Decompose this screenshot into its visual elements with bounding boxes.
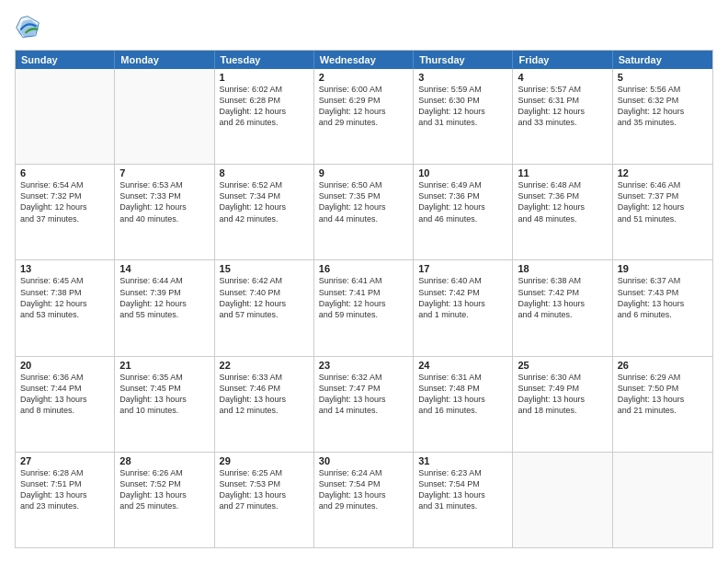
day-number: 23	[319, 360, 408, 371]
cal-cell: 30Sunrise: 6:24 AM Sunset: 7:54 PM Dayli…	[314, 453, 414, 547]
logo-icon	[15, 15, 40, 40]
calendar: SundayMondayTuesdayWednesdayThursdayFrid…	[15, 50, 713, 548]
cell-content: Sunrise: 6:46 AM Sunset: 7:37 PM Dayligh…	[618, 179, 708, 224]
cal-cell: 28Sunrise: 6:26 AM Sunset: 7:52 PM Dayli…	[115, 453, 214, 547]
day-number: 16	[319, 263, 408, 274]
cell-content: Sunrise: 6:28 AM Sunset: 7:51 PM Dayligh…	[20, 467, 109, 512]
day-number: 11	[518, 167, 607, 178]
cal-row: 1Sunrise: 6:02 AM Sunset: 6:28 PM Daylig…	[16, 69, 712, 165]
cal-row: 13Sunrise: 6:45 AM Sunset: 7:38 PM Dayli…	[16, 260, 712, 356]
cal-cell: 11Sunrise: 6:48 AM Sunset: 7:36 PM Dayli…	[513, 165, 612, 259]
cal-cell	[613, 453, 712, 547]
cal-cell: 10Sunrise: 6:49 AM Sunset: 7:36 PM Dayli…	[414, 165, 513, 259]
cal-cell: 5Sunrise: 5:56 AM Sunset: 6:32 PM Daylig…	[613, 69, 712, 164]
cal-cell: 29Sunrise: 6:25 AM Sunset: 7:53 PM Dayli…	[215, 453, 314, 547]
cal-cell: 17Sunrise: 6:40 AM Sunset: 7:42 PM Dayli…	[414, 260, 513, 355]
cal-cell: 6Sunrise: 6:54 AM Sunset: 7:32 PM Daylig…	[16, 165, 115, 259]
cell-content: Sunrise: 6:48 AM Sunset: 7:36 PM Dayligh…	[518, 179, 607, 224]
cal-cell: 13Sunrise: 6:45 AM Sunset: 7:38 PM Dayli…	[16, 260, 115, 355]
day-number: 21	[119, 360, 209, 371]
header	[15, 15, 713, 40]
day-number: 18	[518, 263, 607, 274]
calendar-body: 1Sunrise: 6:02 AM Sunset: 6:28 PM Daylig…	[16, 69, 712, 547]
cal-header-day: Sunday	[16, 51, 115, 69]
day-number: 5	[618, 72, 708, 83]
cal-cell: 27Sunrise: 6:28 AM Sunset: 7:51 PM Dayli…	[16, 453, 115, 547]
cal-cell: 12Sunrise: 6:46 AM Sunset: 7:37 PM Dayli…	[613, 165, 712, 259]
cal-cell: 4Sunrise: 5:57 AM Sunset: 6:31 PM Daylig…	[513, 69, 612, 164]
cal-cell: 9Sunrise: 6:50 AM Sunset: 7:35 PM Daylig…	[314, 165, 414, 259]
cell-content: Sunrise: 6:41 AM Sunset: 7:41 PM Dayligh…	[319, 275, 408, 320]
cal-cell: 26Sunrise: 6:29 AM Sunset: 7:50 PM Dayli…	[613, 357, 712, 452]
day-number: 30	[319, 455, 408, 466]
cal-row: 20Sunrise: 6:36 AM Sunset: 7:44 PM Dayli…	[16, 357, 712, 453]
day-number: 2	[319, 72, 408, 83]
cal-header-day: Tuesday	[215, 51, 314, 69]
day-number: 6	[20, 167, 109, 178]
cell-content: Sunrise: 6:49 AM Sunset: 7:36 PM Dayligh…	[418, 179, 507, 224]
day-number: 15	[220, 263, 309, 274]
cal-cell: 16Sunrise: 6:41 AM Sunset: 7:41 PM Dayli…	[314, 260, 414, 355]
cell-content: Sunrise: 6:54 AM Sunset: 7:32 PM Dayligh…	[20, 179, 109, 224]
cal-cell: 7Sunrise: 6:53 AM Sunset: 7:33 PM Daylig…	[115, 165, 214, 259]
cal-cell: 2Sunrise: 6:00 AM Sunset: 6:29 PM Daylig…	[314, 69, 414, 164]
day-number: 19	[618, 263, 708, 274]
cell-content: Sunrise: 6:36 AM Sunset: 7:44 PM Dayligh…	[20, 372, 109, 417]
day-number: 13	[20, 263, 109, 274]
cell-content: Sunrise: 6:33 AM Sunset: 7:46 PM Dayligh…	[220, 372, 309, 417]
day-number: 9	[319, 167, 408, 178]
day-number: 12	[618, 167, 708, 178]
day-number: 26	[618, 360, 708, 371]
cell-content: Sunrise: 6:25 AM Sunset: 7:53 PM Dayligh…	[220, 467, 309, 512]
cell-content: Sunrise: 6:50 AM Sunset: 7:35 PM Dayligh…	[319, 179, 408, 224]
cal-header-day: Saturday	[613, 51, 712, 69]
cal-cell: 21Sunrise: 6:35 AM Sunset: 7:45 PM Dayli…	[115, 357, 214, 452]
day-number: 25	[518, 360, 607, 371]
cal-cell: 31Sunrise: 6:23 AM Sunset: 7:54 PM Dayli…	[414, 453, 513, 547]
day-number: 3	[418, 72, 507, 83]
cell-content: Sunrise: 6:45 AM Sunset: 7:38 PM Dayligh…	[20, 275, 109, 320]
cal-header-day: Monday	[115, 51, 214, 69]
cell-content: Sunrise: 5:57 AM Sunset: 6:31 PM Dayligh…	[518, 84, 607, 129]
cell-content: Sunrise: 6:32 AM Sunset: 7:47 PM Dayligh…	[319, 372, 408, 417]
cal-cell: 15Sunrise: 6:42 AM Sunset: 7:40 PM Dayli…	[215, 260, 314, 355]
day-number: 31	[418, 455, 507, 466]
cell-content: Sunrise: 6:24 AM Sunset: 7:54 PM Dayligh…	[319, 467, 408, 512]
cell-content: Sunrise: 6:02 AM Sunset: 6:28 PM Dayligh…	[220, 84, 309, 129]
day-number: 14	[119, 263, 209, 274]
cal-cell: 14Sunrise: 6:44 AM Sunset: 7:39 PM Dayli…	[115, 260, 214, 355]
cal-cell: 25Sunrise: 6:30 AM Sunset: 7:49 PM Dayli…	[513, 357, 612, 452]
cal-cell: 22Sunrise: 6:33 AM Sunset: 7:46 PM Dayli…	[215, 357, 314, 452]
cal-cell: 1Sunrise: 6:02 AM Sunset: 6:28 PM Daylig…	[215, 69, 314, 164]
day-number: 10	[418, 167, 507, 178]
cal-cell: 18Sunrise: 6:38 AM Sunset: 7:42 PM Dayli…	[513, 260, 612, 355]
cell-content: Sunrise: 6:23 AM Sunset: 7:54 PM Dayligh…	[418, 467, 507, 512]
cell-content: Sunrise: 6:42 AM Sunset: 7:40 PM Dayligh…	[220, 275, 309, 320]
cell-content: Sunrise: 6:30 AM Sunset: 7:49 PM Dayligh…	[518, 372, 607, 417]
cal-row: 27Sunrise: 6:28 AM Sunset: 7:51 PM Dayli…	[16, 453, 712, 547]
day-number: 22	[220, 360, 309, 371]
cell-content: Sunrise: 6:31 AM Sunset: 7:48 PM Dayligh…	[418, 372, 507, 417]
cell-content: Sunrise: 6:52 AM Sunset: 7:34 PM Dayligh…	[220, 179, 309, 224]
day-number: 24	[418, 360, 507, 371]
cell-content: Sunrise: 6:29 AM Sunset: 7:50 PM Dayligh…	[618, 372, 708, 417]
cell-content: Sunrise: 6:53 AM Sunset: 7:33 PM Dayligh…	[119, 179, 209, 224]
cell-content: Sunrise: 6:37 AM Sunset: 7:43 PM Dayligh…	[618, 275, 708, 320]
cal-header-day: Friday	[513, 51, 612, 69]
day-number: 29	[220, 455, 309, 466]
day-number: 8	[220, 167, 309, 178]
day-number: 4	[518, 72, 607, 83]
cal-cell	[513, 453, 612, 547]
cal-cell	[16, 69, 115, 164]
day-number: 27	[20, 455, 109, 466]
day-number: 1	[220, 72, 309, 83]
cal-cell: 20Sunrise: 6:36 AM Sunset: 7:44 PM Dayli…	[16, 357, 115, 452]
day-number: 28	[119, 455, 209, 466]
cell-content: Sunrise: 6:26 AM Sunset: 7:52 PM Dayligh…	[119, 467, 209, 512]
cal-cell: 8Sunrise: 6:52 AM Sunset: 7:34 PM Daylig…	[215, 165, 314, 259]
day-number: 7	[119, 167, 209, 178]
cell-content: Sunrise: 6:35 AM Sunset: 7:45 PM Dayligh…	[119, 372, 209, 417]
cal-cell	[115, 69, 214, 164]
cal-header-day: Wednesday	[314, 51, 414, 69]
cell-content: Sunrise: 6:44 AM Sunset: 7:39 PM Dayligh…	[119, 275, 209, 320]
